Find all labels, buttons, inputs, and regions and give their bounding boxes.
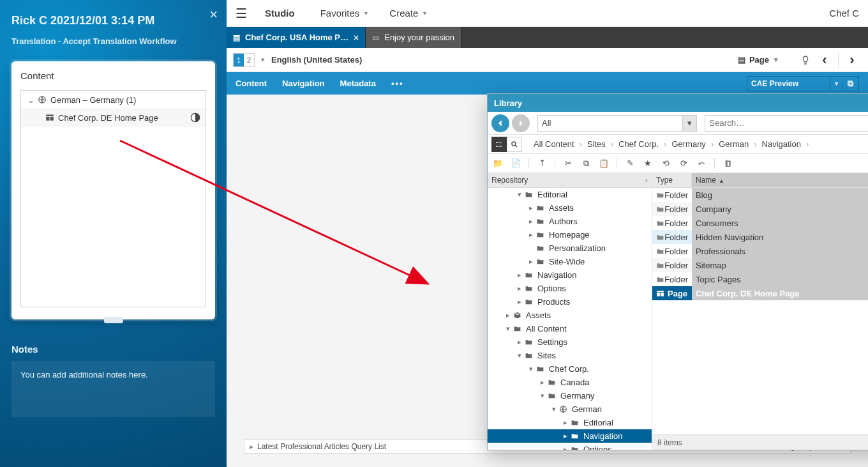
- popout-icon[interactable]: ⧉: [842, 79, 858, 89]
- breadcrumb[interactable]: German: [714, 139, 754, 149]
- tree-node[interactable]: ▸Options: [488, 443, 652, 450]
- menu-favorites[interactable]: Favorites▾: [320, 8, 368, 19]
- table-row[interactable]: FolderConsumers2021/12/01 5:13 …: [652, 216, 868, 230]
- filter-combo[interactable]: All ▾: [537, 115, 697, 132]
- subnav-content[interactable]: Content: [236, 79, 267, 88]
- sync-icon[interactable]: ⟳: [677, 158, 690, 168]
- th-type[interactable]: Type: [652, 173, 692, 187]
- breadcrumb[interactable]: Chef Corp.: [613, 139, 664, 149]
- notes-box[interactable]: You can add additional notes here.: [11, 361, 215, 417]
- tree-node[interactable]: ▾Chef Corp.: [488, 362, 652, 376]
- search-input[interactable]: [705, 115, 868, 132]
- table-row[interactable]: FolderTopic Pages2021/12/01 5:13 …: [652, 272, 868, 286]
- tree-node[interactable]: ▸Assets: [488, 201, 652, 215]
- page-type-picker[interactable]: ▤ Page ▾: [738, 55, 784, 65]
- brand-label: Studio: [265, 8, 295, 19]
- expand-icon[interactable]: ▸: [503, 311, 513, 319]
- tree-node[interactable]: ▾Sites: [488, 349, 652, 362]
- forward-button[interactable]: [512, 114, 530, 132]
- upload-icon[interactable]: ⤒: [535, 158, 548, 168]
- expand-icon[interactable]: ▾: [549, 405, 559, 413]
- expand-icon[interactable]: ▸: [526, 217, 536, 226]
- close-icon[interactable]: ×: [209, 6, 218, 23]
- tree-node[interactable]: ▾German: [488, 402, 652, 416]
- subnav-metadata[interactable]: Metadata: [340, 79, 376, 88]
- tree-node[interactable]: ▸Navigation: [488, 429, 652, 443]
- tree-node[interactable]: ▸Navigation: [488, 268, 652, 282]
- tree-node[interactable]: ▸Options: [488, 282, 652, 295]
- breadcrumb[interactable]: Navigation: [757, 139, 806, 149]
- cut-icon[interactable]: ✂: [562, 158, 574, 168]
- refresh-icon[interactable]: ⟲: [659, 158, 672, 168]
- expand-icon[interactable]: ▾: [503, 325, 513, 333]
- menu-icon[interactable]: ☰: [236, 6, 247, 21]
- breadcrumb[interactable]: All Content: [528, 139, 580, 149]
- tree-item-row[interactable]: Chef Corp. DE Home Page: [21, 109, 206, 126]
- collapse-icon[interactable]: ‹: [645, 176, 648, 185]
- expand-icon[interactable]: ▸: [560, 445, 571, 450]
- edit-icon[interactable]: ✎: [624, 158, 636, 168]
- tree-node[interactable]: Personalization: [488, 241, 652, 255]
- table-row[interactable]: FolderProfessionals2021/12/01 5:13 …: [652, 244, 868, 258]
- expand-icon[interactable]: ▸: [514, 298, 525, 306]
- menu-create[interactable]: Create▾: [389, 8, 426, 19]
- tree-node[interactable]: ▸Site-Wide: [488, 255, 652, 268]
- prev-button[interactable]: ‹: [815, 51, 834, 69]
- user-label[interactable]: Chef C: [829, 8, 859, 19]
- tab-document-2[interactable]: ▭ Enjoy your passion: [366, 27, 461, 48]
- tree-node[interactable]: ▸Settings: [488, 335, 652, 349]
- tree-node[interactable]: ▸Editorial: [488, 416, 652, 429]
- expand-icon[interactable]: ▸: [526, 257, 536, 266]
- back-button[interactable]: [491, 114, 509, 132]
- tree-node[interactable]: ▾Germany: [488, 389, 652, 402]
- cae-preview-select[interactable]: CAE Preview ▾ ⧉: [747, 76, 859, 91]
- expand-icon[interactable]: ▾: [526, 365, 536, 373]
- expand-icon[interactable]: ▾: [514, 190, 525, 199]
- tree-node[interactable]: ▸Authors: [488, 215, 652, 228]
- bookmark-icon[interactable]: ★: [641, 158, 654, 168]
- th-name[interactable]: Name▴: [692, 173, 868, 187]
- breadcrumb[interactable]: Sites: [582, 139, 611, 149]
- table-row[interactable]: FolderBlog2021/12/01 5:13 …: [652, 188, 868, 202]
- tree-group-row[interactable]: ⌄ German – Germany (1): [21, 91, 206, 109]
- expand-icon[interactable]: ▸: [514, 338, 525, 346]
- close-icon[interactable]: ×: [354, 33, 359, 43]
- tree-node[interactable]: ▾All Content: [488, 322, 652, 335]
- subnav-navigation[interactable]: Navigation: [282, 79, 324, 88]
- library-titlebar[interactable]: Library ✕: [488, 94, 868, 112]
- view-switch[interactable]: 1 2: [233, 53, 255, 67]
- tree-node[interactable]: ▸Homepage: [488, 228, 652, 241]
- chevron-down-icon[interactable]: ▾: [261, 56, 265, 64]
- expand-icon[interactable]: ▸: [526, 231, 536, 239]
- tab-document-1[interactable]: ▤ Chef Corp. USA Home P… ×: [227, 27, 366, 48]
- tree-node[interactable]: ▾Editorial: [488, 188, 652, 201]
- expand-icon[interactable]: ▸: [514, 271, 525, 279]
- card-handle[interactable]: [104, 317, 123, 323]
- tree-node[interactable]: ▸Products: [488, 295, 652, 309]
- breadcrumb[interactable]: Germany: [666, 139, 710, 149]
- table-row[interactable]: FolderHidden Navigation2021/12/01 5:13 …: [652, 230, 868, 244]
- copy-icon[interactable]: ⧉: [580, 158, 592, 169]
- lightbulb-icon[interactable]: [796, 51, 815, 69]
- table-row[interactable]: FolderCompany2021/12/01 5:13 …: [652, 202, 868, 216]
- expand-icon[interactable]: ▸: [514, 284, 525, 293]
- paste-icon[interactable]: 📋: [597, 158, 610, 168]
- next-button[interactable]: ›: [842, 51, 862, 69]
- search-toggle[interactable]: [507, 137, 522, 152]
- tree-node[interactable]: ▸Assets: [488, 309, 652, 322]
- expand-icon[interactable]: ▾: [537, 392, 548, 400]
- tree-toggle[interactable]: [491, 137, 507, 152]
- expand-icon[interactable]: ▸: [560, 418, 571, 427]
- expand-icon[interactable]: ▸: [560, 432, 571, 440]
- expand-icon[interactable]: ▸: [537, 378, 548, 387]
- delete-icon[interactable]: 🗑: [721, 158, 734, 168]
- subnav-more[interactable]: •••: [391, 79, 404, 88]
- table-row[interactable]: PageChef Corp. DE Home Page2021/12/01 5:…: [652, 286, 868, 300]
- tree-node[interactable]: ▸Canada: [488, 376, 652, 389]
- table-row[interactable]: FolderSitemap2021/12/01 5:13 …: [652, 258, 868, 272]
- new-doc-icon[interactable]: 📄: [509, 158, 522, 168]
- expand-icon[interactable]: ▾: [514, 351, 525, 360]
- withdraw-icon[interactable]: ⤺: [695, 158, 708, 168]
- expand-icon[interactable]: ▸: [526, 204, 536, 212]
- new-folder-icon[interactable]: 📁: [491, 158, 504, 168]
